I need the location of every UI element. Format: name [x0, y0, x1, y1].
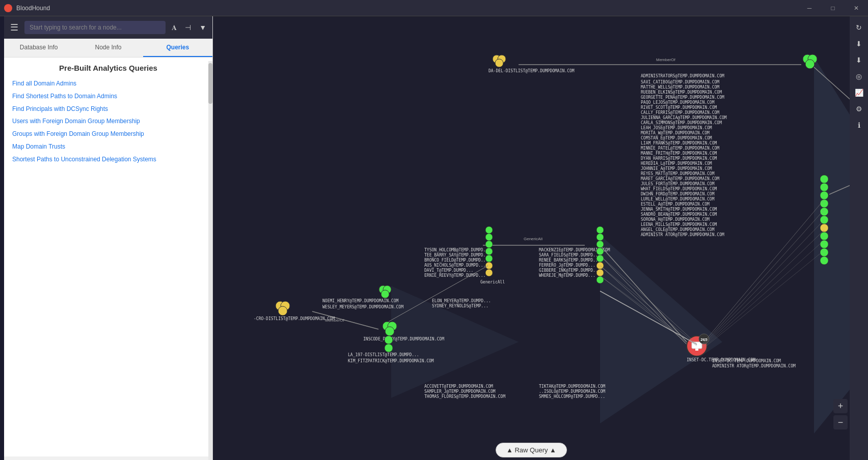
svg-text:ESTELL_A@TEMP.DUMPDOMAIN.COM: ESTELL_A@TEMP.DUMPDOMAIN.COM [641, 202, 710, 207]
svg-text:INSCODE_PROXY@TEMP.DUMPDOMAIN.: INSCODE_PROXY@TEMP.DUMPDOMAIN.COM [363, 337, 444, 341]
query-item-6[interactable]: Shortest Paths to Unconstrained Delegati… [12, 155, 204, 164]
svg-text:NOEMI_HENRY@TEMP.DUMPDOMAIN.CO: NOEMI_HENRY@TEMP.DUMPDOMAIN.COM [322, 299, 398, 303]
svg-text:WHAT_FIELDS@TEMP.DUMPDOMAIN.CO: WHAT_FIELDS@TEMP.DUMPDOMAIN.COM [641, 187, 717, 191]
titlebar-left: BloodHound [0, 4, 50, 12]
svg-point-88 [485, 248, 493, 255]
svg-point-79 [278, 306, 287, 315]
hamburger-button[interactable]: ☰ [8, 20, 20, 35]
font-size-button[interactable]: 𝐀 [170, 21, 179, 34]
svg-text:LURLE_WELL@TEMP.DUMPDOMAIN.COM: LURLE_WELL@TEMP.DUMPDOMAIN.COM [641, 197, 715, 202]
scrollbar-thumb[interactable] [208, 63, 212, 104]
svg-rect-114 [695, 349, 698, 351]
filter-button[interactable]: ▼ [197, 21, 208, 34]
svg-text:ACCOVETT@TEMP.DUMPDOMAIN.COM: ACCOVETT@TEMP.DUMPDOMAIN.COM [424, 384, 493, 389]
svg-point-111 [820, 256, 828, 265]
svg-point-94 [596, 234, 604, 241]
svg-point-105 [820, 208, 828, 216]
graph-canvas[interactable]: MemberOf MemberOf GenericAll ADMINISTRAT… [213, 16, 868, 460]
bottom-bar: ▲ Raw Query ▲ [213, 440, 850, 460]
svg-text:GIBBERE_INK@TEMP.DUMPD...: GIBBERE_INK@TEMP.DUMPD... [539, 268, 600, 273]
svg-point-72 [805, 60, 815, 69]
svg-text:SAMPLER_J@TEMP.DUMPDOMAIN.COM: SAMPLER_J@TEMP.DUMPDOMAIN.COM [424, 389, 496, 394]
app-icon [4, 4, 12, 12]
svg-text:SMMES_HOLCOMP@TEMP.DUMPD...: SMMES_HOLCOMP@TEMP.DUMPD... [539, 394, 605, 399]
svg-text:DWIHN_FORD@TEMP.DUMPDOMAIN.COM: DWIHN_FORD@TEMP.DUMPDOMAIN.COM [641, 192, 715, 196]
svg-text:TEE_BARRY_SAY@TEMP.DUMPD...: TEE_BARRY_SAY@TEMP.DUMPD... [424, 253, 491, 257]
svg-point-89 [485, 255, 493, 262]
svg-point-110 [820, 248, 828, 256]
tab-node-info[interactable]: Node Info [73, 39, 143, 57]
svg-point-121 [385, 344, 393, 352]
maximize-button[interactable]: □ [821, 0, 845, 16]
close-button[interactable]: ✕ [845, 0, 868, 16]
svg-point-103 [820, 191, 828, 199]
svg-text:MANNI_FRITH@TEMP.DUMPDOMAIN.CO: MANNI_FRITH@TEMP.DUMPDOMAIN.COM [641, 151, 717, 156]
query-item-2[interactable]: Find Principals with DCSync Rights [12, 105, 204, 113]
svg-point-95 [596, 241, 604, 248]
query-item-5[interactable]: Map Domain Trusts [12, 142, 204, 151]
right-toolbar: ↻ ⬇ ⬇ ◎ 📈 ⚙ ℹ [850, 16, 868, 460]
svg-point-101 [820, 175, 828, 183]
raw-query-button[interactable]: ▲ Raw Query ▲ [496, 443, 567, 457]
info-button[interactable]: ℹ [852, 118, 866, 132]
svg-text:BRONCO_FIELD@TEMP.DUMPD...: BRONCO_FIELD@TEMP.DUMPD... [424, 258, 488, 263]
export-button[interactable]: ⬇ [852, 53, 866, 67]
svg-point-83 [385, 327, 394, 336]
search-input[interactable] [24, 21, 166, 34]
svg-text:PAQO_LEJOS@TEMP.DUMPDOMAIN.COM: PAQO_LEJOS@TEMP.DUMPDOMAIN.COM [641, 100, 715, 105]
svg-text:SARA_FIELDS@TEMP.DUMPD...: SARA_FIELDS@TEMP.DUMPD... [539, 253, 600, 257]
svg-text:ADMINISTRATORS@TEMP.DUMPDOMAIN: ADMINISTRATORS@TEMP.DUMPDOMAIN.COM [641, 74, 724, 78]
svg-point-109 [820, 240, 828, 248]
svg-text:CALLY_FERRIS@TEMP.DUMPDOMAIN.C: CALLY_FERRIS@TEMP.DUMPDOMAIN.COM [641, 110, 719, 115]
settings-button[interactable]: ⚙ [852, 102, 866, 116]
titlebar-controls: ─ □ ✕ [798, 0, 868, 16]
svg-point-90 [485, 262, 493, 269]
query-item-4[interactable]: Groups with Foreign Domain Group Members… [12, 130, 204, 138]
svg-text:LEAH_JOSE@TEMP.DUMPDOMAIN.COM: LEAH_JOSE@TEMP.DUMPDOMAIN.COM [641, 126, 712, 130]
svg-point-104 [820, 199, 828, 208]
svg-text:RENEE_BARKS@TEMP.DUMPD...: RENEE_BARKS@TEMP.DUMPD... [539, 258, 600, 263]
query-item-1[interactable]: Find Shortest Paths to Domain Admins [12, 92, 204, 101]
svg-text:JULIENNA_GARCIA@TEMP.DUMPDOMAI: JULIENNA_GARCIA@TEMP.DUMPDOMAIN.COM [641, 116, 727, 120]
svg-text:RUEBEN_ELKINS@TEMP.DUMPDOMAIN.: RUEBEN_ELKINS@TEMP.DUMPDOMAIN.COM [641, 90, 722, 95]
svg-point-99 [596, 269, 604, 276]
svg-text:KIM_FITZPATRICK@TEMP.DUMPDOMAI: KIM_FITZPATRICK@TEMP.DUMPDOMAIN.COM [348, 359, 434, 363]
svg-point-108 [820, 232, 828, 240]
svg-text:SYDNEY_REYNOLDS@TEMP...: SYDNEY_REYNOLDS@TEMP... [432, 304, 489, 308]
svg-point-68 [495, 59, 503, 67]
svg-text:-CRO-DISTLIST@TEMP.DUMPDOMAIN.: -CRO-DISTLIST@TEMP.DUMPDOMAIN.COM [254, 317, 335, 321]
download-button[interactable]: ⬇ [852, 37, 866, 51]
query-item-3[interactable]: Users with Foreign Domain Group Membersh… [12, 117, 204, 126]
minimize-button[interactable]: ─ [798, 0, 821, 16]
svg-text:THOMAS_FLORES@TEMP.DUMPDOMAIN.: THOMAS_FLORES@TEMP.DUMPDOMAIN.COM [424, 394, 505, 399]
svg-text:JENNA_SMITH@TEMP.DUMPDOMAIN.CO: JENNA_SMITH@TEMP.DUMPDOMAIN.COM [641, 207, 717, 212]
svg-text:WESLEY_MEYERS@TEMP.DUMPDOMAIN.: WESLEY_MEYERS@TEMP.DUMPDOMAIN.COM [322, 305, 403, 309]
svg-point-91 [485, 269, 493, 276]
svg-text:SANDRO_BEAN@TEMP.DUMPDOMAIN.CO: SANDRO_BEAN@TEMP.DUMPDOMAIN.COM [641, 212, 717, 217]
zoom-in-button[interactable]: + [833, 399, 848, 413]
chart-button[interactable]: 📈 [852, 85, 866, 100]
zoom-out-button[interactable]: − [833, 415, 848, 429]
svg-text:WHEREJE_M@TEMP.DUMPD...: WHEREJE_M@TEMP.DUMPD... [539, 273, 595, 278]
svg-text:GenericAll: GenericAll [524, 237, 542, 241]
app-title: BloodHound [16, 5, 50, 12]
bookmark-button[interactable]: ⊣ [183, 21, 193, 34]
svg-text:AUS_NICHOLS@TEMP.DUMPD...: AUS_NICHOLS@TEMP.DUMPD... [424, 263, 485, 268]
svg-text:MINNIE_PATEL@TEMP.DUMPDOMAIN.C: MINNIE_PATEL@TEMP.DUMPDOMAIN.COM [641, 146, 719, 151]
tab-database-info[interactable]: Database Info [4, 39, 73, 57]
svg-text:ANGEL_COLE@TEMP.DUMPDOMAIN.COM: ANGEL_COLE@TEMP.DUMPDOMAIN.COM [641, 227, 715, 232]
svg-point-86 [485, 234, 493, 241]
search-bar: ☰ 𝐀 ⊣ ▼ [4, 16, 212, 39]
svg-text:TIKTAK@TEMP.DUMPDDOMAIN.COM: TIKTAK@TEMP.DUMPDDOMAIN.COM [539, 384, 605, 389]
tab-queries[interactable]: Queries [143, 39, 212, 57]
svg-text:MATTHE_WELLS@TEMP.DUMPDOMAIN.C: MATTHE_WELLS@TEMP.DUMPDOMAIN.COM [641, 85, 719, 90]
query-item-0[interactable]: Find all Domain Admins [12, 79, 204, 88]
svg-text:ELON_MEYER@TEMP.DUMPD...: ELON_MEYER@TEMP.DUMPD... [432, 299, 491, 303]
target-button[interactable]: ◎ [852, 69, 866, 83]
svg-text:FERRERO_J@TEMP.DUMPD...: FERRERO_J@TEMP.DUMPD... [539, 263, 595, 268]
svg-text:REYES_MATT@TEMP.DUMPDOMAIN.COM: REYES_MATT@TEMP.DUMPDOMAIN.COM [641, 171, 715, 176]
svg-point-120 [385, 336, 393, 344]
titlebar: BloodHound ─ □ ✕ [0, 0, 868, 16]
refresh-button[interactable]: ↻ [852, 20, 866, 35]
svg-text:LEENA_MILLS@TEMP.DUMPDOMAIN.CO: LEENA_MILLS@TEMP.DUMPDOMAIN.COM [641, 222, 717, 227]
